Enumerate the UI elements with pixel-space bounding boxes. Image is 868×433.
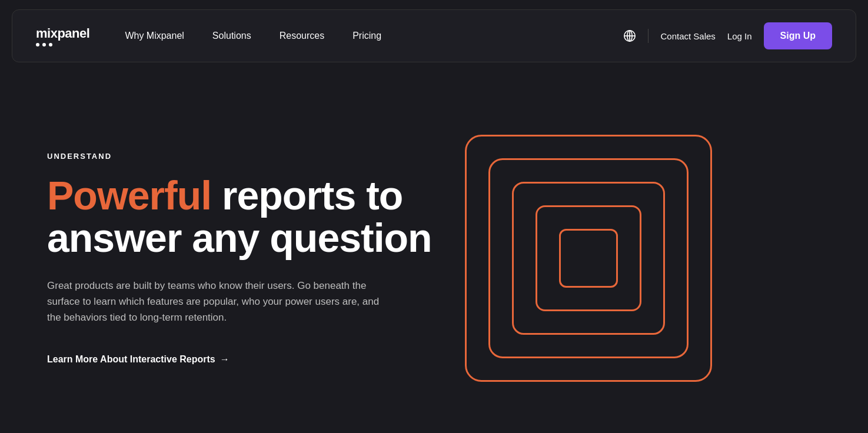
learn-more-link[interactable]: Learn More About Interactive Reports → (47, 354, 230, 365)
logo-dots (36, 43, 89, 46)
hero-description: Great products are built by teams who kn… (47, 278, 388, 326)
nav-divider (648, 29, 648, 43)
nav-right: Contact Sales Log In Sign Up (623, 22, 832, 49)
nav-link-pricing[interactable]: Pricing (352, 31, 381, 41)
nav-link-resources[interactable]: Resources (280, 31, 324, 41)
squares-graphic (465, 135, 712, 382)
globe-icon[interactable] (623, 29, 636, 42)
logo[interactable]: mixpanel (36, 26, 89, 46)
main-content: UNDERSTAND Powerful reports to answer an… (0, 72, 868, 433)
dot-3 (49, 43, 52, 46)
hero-right (459, 107, 718, 409)
hero-headline: Powerful reports to answer any question (47, 175, 459, 259)
nav-links: Why Mixpanel Solutions Resources Pricing (125, 31, 623, 41)
login-link[interactable]: Log In (727, 31, 752, 41)
contact-sales-link[interactable]: Contact Sales (660, 31, 715, 41)
headline-accent: Powerful (47, 173, 211, 218)
dot-2 (42, 43, 46, 46)
square-5 (559, 229, 618, 288)
signup-button[interactable]: Sign Up (764, 22, 832, 49)
section-label: UNDERSTAND (47, 152, 459, 161)
arrow-icon: → (220, 354, 230, 365)
hero-left: UNDERSTAND Powerful reports to answer an… (47, 152, 459, 364)
dot-1 (36, 43, 39, 46)
logo-text: mixpanel (36, 26, 89, 41)
nav-link-why-mixpanel[interactable]: Why Mixpanel (125, 31, 184, 41)
learn-more-text: Learn More About Interactive Reports (47, 354, 215, 365)
nav-link-solutions[interactable]: Solutions (212, 31, 251, 41)
navbar: mixpanel Why Mixpanel Solutions Resource… (12, 9, 856, 62)
